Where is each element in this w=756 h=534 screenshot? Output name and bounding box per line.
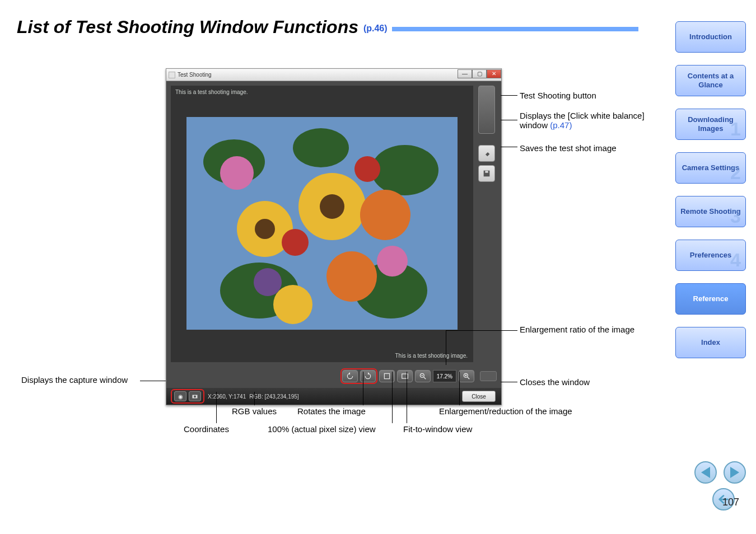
test-shooting-button[interactable] bbox=[478, 86, 495, 134]
callout-zoom: Enlargement/reduction of the image bbox=[439, 406, 572, 416]
client-area: This is a test shooting image. bbox=[166, 81, 501, 367]
callout-ratio: Enlargement ratio of the image bbox=[520, 325, 643, 334]
nav-remote-shooting-label: Remote Shooting bbox=[680, 207, 741, 216]
prev-page-button[interactable] bbox=[694, 461, 717, 484]
callout-rgb: RGB values bbox=[232, 406, 277, 416]
camera-icon bbox=[192, 393, 198, 400]
callout-capture-window: Displays the capture window bbox=[21, 375, 128, 385]
fit-window-button[interactable] bbox=[397, 370, 413, 382]
nav-camera-settings[interactable]: Camera Settings2 bbox=[675, 152, 746, 184]
nav-camera-settings-label: Camera Settings bbox=[682, 163, 740, 172]
right-button-column bbox=[478, 86, 496, 362]
svg-rect-1 bbox=[485, 171, 488, 172]
callout-click-wb-link[interactable]: (p.47) bbox=[550, 120, 572, 130]
rotate-cw-icon bbox=[364, 372, 372, 380]
window-titlebar[interactable]: Test Shooting — ▢ ✕ bbox=[166, 69, 501, 81]
rotate-ccw-icon bbox=[346, 372, 354, 380]
svg-point-12 bbox=[194, 396, 196, 398]
callout-close: Closes the window bbox=[520, 377, 590, 387]
image-panel[interactable]: This is a test shooting image. bbox=[171, 86, 473, 362]
callout-hundred-percent: 100% (actual pixel size) view bbox=[268, 424, 376, 434]
svg-line-5 bbox=[423, 377, 426, 380]
callout-click-wb-text: Displays the [Click white balance] windo… bbox=[520, 111, 645, 130]
zoom-ratio-display: 17.2% bbox=[433, 370, 456, 382]
preview-photo bbox=[186, 117, 458, 330]
page-title: List of Test Shooting Window Functions (… bbox=[17, 17, 388, 38]
close-button[interactable]: Close bbox=[462, 391, 496, 402]
app-icon bbox=[169, 72, 175, 78]
capture-window-button-1[interactable]: ◉ bbox=[174, 391, 186, 401]
callout-coords: Coordinates bbox=[184, 424, 229, 434]
nav-remote-shooting[interactable]: Remote Shooting3 bbox=[675, 196, 746, 227]
nav-downloading[interactable]: Downloading Images1 bbox=[675, 109, 746, 140]
svg-line-8 bbox=[468, 377, 470, 380]
eyedropper-icon bbox=[482, 149, 491, 158]
nav-watermark-4: 4 bbox=[730, 249, 741, 271]
floppy-disk-icon bbox=[482, 169, 491, 178]
nav-index-label: Index bbox=[701, 338, 720, 347]
nav-reference-label: Reference bbox=[693, 294, 729, 303]
window-title-text: Test Shooting bbox=[178, 72, 212, 78]
callout-fit-window: Fit-to-window view bbox=[403, 424, 472, 434]
svg-rect-2 bbox=[384, 373, 389, 378]
image-overlay-top: This is a test shooting image. bbox=[175, 89, 248, 95]
nav-preferences[interactable]: Preferences4 bbox=[675, 240, 746, 271]
capture-window-button-2[interactable] bbox=[189, 391, 201, 401]
callout-rotate: Rotates the image bbox=[297, 406, 366, 416]
rotate-buttons-highlight bbox=[341, 369, 377, 383]
save-image-button[interactable] bbox=[478, 165, 495, 182]
nav-contents[interactable]: Contents at a Glance bbox=[675, 65, 746, 96]
triangle-left-icon bbox=[701, 467, 710, 478]
next-page-button[interactable] bbox=[724, 461, 746, 484]
page-number: 107 bbox=[722, 496, 739, 508]
nav-introduction-label: Introduction bbox=[689, 32, 732, 41]
callout-test-shooting-button: Test Shooting button bbox=[520, 91, 596, 100]
click-white-balance-button[interactable] bbox=[478, 145, 495, 162]
page-title-ref[interactable]: (p.46) bbox=[363, 24, 388, 33]
status-coords: X:2060, Y:1741 bbox=[208, 394, 246, 400]
maximize-button[interactable]: ▢ bbox=[472, 69, 487, 78]
sidebar-nav: Introduction Contents at a Glance Downlo… bbox=[675, 21, 746, 358]
nav-reference[interactable]: Reference bbox=[675, 283, 746, 315]
zoom-out-icon bbox=[419, 372, 427, 380]
bottom-toolbar: 17.2% bbox=[166, 367, 501, 388]
nav-downloading-label: Downloading Images bbox=[677, 115, 744, 133]
minimize-button[interactable]: — bbox=[458, 69, 472, 78]
fit-window-icon bbox=[401, 372, 409, 380]
callout-save-shot: Saves the test shot image bbox=[520, 143, 617, 153]
rotate-ccw-button[interactable] bbox=[342, 370, 358, 382]
page-nav-arrows bbox=[694, 461, 746, 484]
app-window: Test Shooting — ▢ ✕ This is a test shoot… bbox=[166, 68, 502, 405]
triangle-right-icon bbox=[730, 467, 739, 478]
test-shooting-window-figure: Test Shooting — ▢ ✕ This is a test shoot… bbox=[166, 68, 502, 405]
close-window-button[interactable]: ✕ bbox=[487, 69, 501, 78]
window-controls: — ▢ ✕ bbox=[458, 69, 501, 78]
nav-index[interactable]: Index bbox=[675, 327, 746, 358]
capture-window-buttons-highlight: ◉ bbox=[171, 389, 204, 404]
actual-size-icon bbox=[383, 372, 391, 380]
zoom-in-button[interactable] bbox=[459, 370, 474, 382]
nav-introduction[interactable]: Introduction bbox=[675, 21, 746, 53]
toolbar-spacer bbox=[480, 371, 497, 381]
status-rgb: RGB: [243,234,195] bbox=[249, 394, 298, 400]
page-title-text: List of Test Shooting Window Functions bbox=[17, 17, 358, 37]
nav-contents-label: Contents at a Glance bbox=[677, 72, 744, 89]
callout-click-wb: Displays the [Click white balance] windo… bbox=[520, 111, 648, 130]
zoom-in-icon bbox=[463, 372, 470, 380]
nav-preferences-label: Preferences bbox=[690, 251, 731, 260]
rotate-cw-button[interactable] bbox=[360, 370, 376, 382]
image-overlay-bottom: This is a test shooting image. bbox=[395, 353, 468, 359]
title-decoration-line bbox=[392, 27, 638, 31]
zoom-out-button[interactable] bbox=[415, 370, 431, 382]
